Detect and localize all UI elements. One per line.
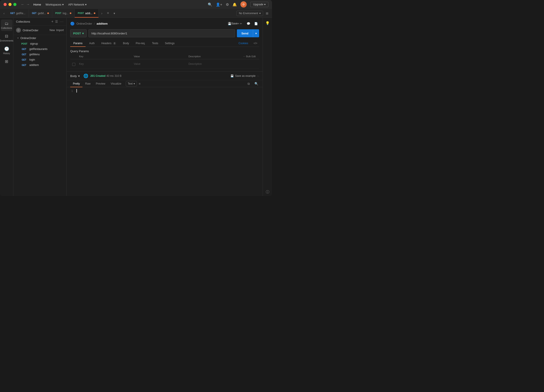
row-value-cell[interactable]: Value bbox=[132, 62, 187, 67]
response-tab-raw[interactable]: Raw bbox=[83, 80, 93, 87]
upgrade-button[interactable]: Upgrade ▾ bbox=[250, 2, 268, 7]
tab-more-button[interactable]: ▾ bbox=[111, 10, 117, 17]
method-selector[interactable]: POST ▾ bbox=[70, 29, 87, 37]
request-item-additem[interactable]: GET additem bbox=[13, 62, 66, 68]
nav-arrows: ← → bbox=[21, 2, 30, 6]
workspace-avatar: O bbox=[16, 28, 21, 33]
tab-3-dot bbox=[94, 12, 95, 14]
upgrade-label: Upgrade bbox=[253, 3, 263, 6]
cookies-link[interactable]: Cookies bbox=[235, 40, 251, 47]
line-numbers: 1 bbox=[67, 89, 75, 93]
collection-item[interactable]: ▼ OnlineOrder bbox=[13, 35, 66, 41]
sidebar-item-history[interactable]: 🕐 History bbox=[1, 45, 12, 56]
sort-icon[interactable]: ☰ bbox=[55, 20, 58, 23]
sidebar-item-explorer[interactable]: ⊞ bbox=[1, 57, 12, 66]
code-snippet-button[interactable]: </> bbox=[252, 40, 259, 47]
upgrade-chevron-icon: ▾ bbox=[264, 3, 266, 6]
response-dropdown-icon[interactable]: ▾ bbox=[78, 74, 80, 78]
api-network-dropdown[interactable]: API Network ▾ bbox=[68, 3, 87, 6]
text-format-selector[interactable]: Text ▾ bbox=[126, 81, 137, 86]
home-link[interactable]: Home bbox=[33, 3, 41, 6]
edit-icon-btn[interactable]: ✏ bbox=[238, 20, 244, 27]
tab-nav-prev[interactable]: ‹ bbox=[1, 10, 7, 17]
collection-name: OnlineOrder bbox=[20, 36, 36, 40]
row-checkbox[interactable] bbox=[70, 62, 77, 67]
format-button[interactable]: ≡ bbox=[137, 81, 142, 86]
tab-add-button[interactable]: + bbox=[105, 10, 111, 17]
tab-tests[interactable]: Tests bbox=[149, 40, 161, 47]
sidebar-item-environments[interactable]: ⊟ Environments bbox=[1, 32, 12, 44]
line-number-1: 1 bbox=[67, 89, 73, 93]
code-area[interactable]: 1 bbox=[67, 87, 263, 196]
tab-nav-next[interactable]: › bbox=[99, 10, 105, 17]
method-badge-post: POST bbox=[20, 42, 28, 45]
tab-2-name: log... bbox=[63, 12, 68, 15]
collections-more-icon[interactable]: ··· bbox=[60, 20, 64, 23]
tab-settings[interactable]: Settings bbox=[162, 40, 177, 47]
tab-1[interactable]: GET getM... bbox=[29, 9, 52, 17]
new-button[interactable]: New bbox=[50, 29, 55, 32]
method-badge-get: GET bbox=[20, 48, 28, 51]
search-icon[interactable]: 🔍 bbox=[208, 2, 212, 7]
search-response-button[interactable]: 🔍 bbox=[253, 81, 259, 86]
request-name-signup: signup bbox=[30, 42, 38, 45]
tab-2[interactable]: POST log... bbox=[52, 9, 75, 17]
bulk-edit-button[interactable]: ··· Bulk Edit bbox=[243, 55, 257, 58]
row-key-cell[interactable]: Key bbox=[77, 62, 132, 67]
save-example-button[interactable]: 💾 Save as example ··· bbox=[231, 74, 259, 77]
environment-selector[interactable]: No Environment ▾ bbox=[237, 11, 263, 16]
row-actions bbox=[241, 62, 259, 67]
url-input[interactable] bbox=[89, 29, 235, 37]
params-table: Key Value Description ··· Bulk Edit Key bbox=[70, 55, 259, 69]
request-name-getmenu: getMenu bbox=[29, 53, 40, 56]
request-name-login: login bbox=[29, 58, 35, 61]
tab-0[interactable]: GET getRe... bbox=[7, 9, 29, 17]
import-button[interactable]: Import bbox=[56, 29, 64, 32]
history-label: History bbox=[3, 52, 10, 55]
settings-icon[interactable]: ⚙ bbox=[226, 2, 229, 7]
save-button[interactable]: 💾 Save ▾ bbox=[230, 20, 237, 27]
close-button[interactable] bbox=[4, 3, 7, 6]
row-desc-cell[interactable]: Description bbox=[187, 62, 241, 67]
bulb-icon-btn[interactable]: 💡 bbox=[264, 20, 271, 27]
add-collection-icon[interactable]: + bbox=[51, 20, 53, 23]
env-options-button[interactable]: ⊞ bbox=[264, 10, 270, 17]
tab-auth[interactable]: Auth bbox=[86, 40, 98, 47]
code-content[interactable] bbox=[77, 89, 261, 92]
response-tab-preview[interactable]: Preview bbox=[93, 80, 108, 87]
comment-icon-btn[interactable]: 💬 bbox=[245, 20, 252, 27]
tab-3-name: addi... bbox=[85, 12, 92, 15]
tab-body[interactable]: Body bbox=[120, 40, 132, 47]
tab-params[interactable]: Params bbox=[70, 40, 86, 47]
back-button[interactable]: ← bbox=[21, 2, 24, 6]
avatar[interactable]: O bbox=[240, 1, 247, 7]
breadcrumb-separator: / bbox=[94, 22, 95, 25]
workspaces-dropdown[interactable]: Workspaces ▾ bbox=[46, 3, 64, 6]
response-tab-pretty[interactable]: Pretty bbox=[70, 80, 83, 87]
request-item-getrestaurants[interactable]: GET getRestaurants bbox=[13, 46, 66, 52]
tab-prereq[interactable]: Pre-req. bbox=[133, 40, 148, 47]
send-dropdown-button[interactable]: ▾ bbox=[253, 29, 259, 37]
tab-1-dot bbox=[47, 12, 49, 14]
request-item-signup[interactable]: POST signup bbox=[13, 41, 66, 46]
notifications-icon[interactable]: 🔔 bbox=[232, 2, 237, 7]
globe-icon[interactable]: 🌐 bbox=[83, 74, 88, 78]
request-item-getmenu[interactable]: GET getMenu bbox=[13, 52, 66, 57]
request-item-login[interactable]: GET login bbox=[13, 57, 66, 62]
tab-headers[interactable]: Headers 8 bbox=[98, 40, 119, 47]
sidebar-item-collections[interactable]: 🗂 Collections bbox=[1, 20, 12, 31]
params-table-header: Key Value Description ··· Bulk Edit bbox=[70, 55, 259, 59]
explorer-icon: ⊞ bbox=[5, 59, 8, 64]
maximize-button[interactable] bbox=[13, 3, 17, 6]
info-icon-btn[interactable]: ⓘ bbox=[264, 189, 271, 196]
document-icon-btn[interactable]: 📄 bbox=[253, 20, 259, 27]
send-button[interactable]: Send bbox=[237, 29, 253, 37]
add-collaborator-icon[interactable]: 👤+ bbox=[216, 2, 222, 7]
body-label: Body bbox=[70, 74, 77, 78]
tab-3[interactable]: POST addi... bbox=[75, 9, 99, 17]
response-tab-visualize[interactable]: Visualize bbox=[108, 80, 124, 87]
copy-response-button[interactable]: ⧉ bbox=[246, 81, 252, 86]
collections-label: Collections bbox=[1, 27, 12, 29]
forward-button[interactable]: → bbox=[26, 2, 30, 6]
minimize-button[interactable] bbox=[8, 3, 12, 6]
